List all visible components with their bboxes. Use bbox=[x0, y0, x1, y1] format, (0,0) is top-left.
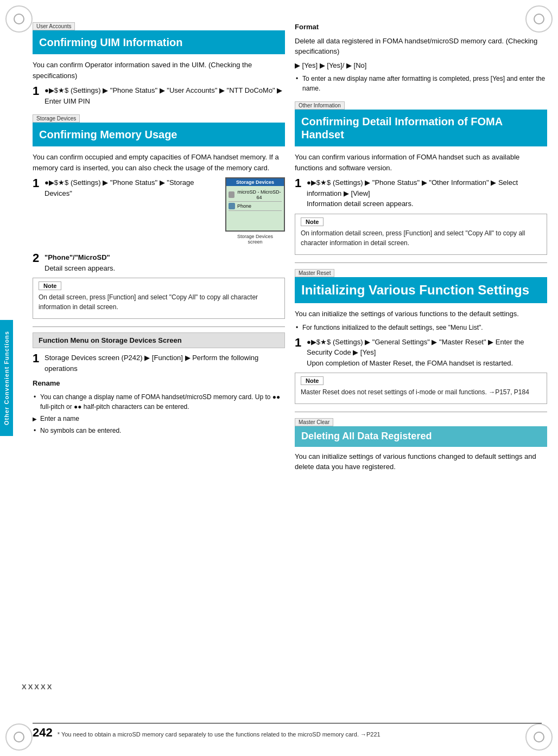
screen-row-1: microSD - MicroSD-64 bbox=[229, 188, 282, 202]
step2-text: ●▶$★$ (Settings) ▶ "Phone Status" ▶ "Sto… bbox=[45, 177, 220, 198]
divider-r2 bbox=[295, 412, 547, 412]
step-r2: 1 bbox=[295, 337, 303, 349]
storage-step2: 2 "Phone"/"MicroSD" Detail screen appear… bbox=[33, 252, 285, 273]
master-clear-section: Master Clear Deleting All Data Registere… bbox=[295, 418, 547, 472]
screen-body: microSD - MicroSD-64 Phone bbox=[226, 186, 284, 213]
format-keys: ▶ [Yes] ▶ [Yes]/ ▶ [No] bbox=[295, 60, 547, 71]
screen-row-2: Phone bbox=[229, 202, 282, 211]
master-reset-step1: 1 ●▶$★$ (Settings) ▶ "General Settings" … bbox=[295, 337, 547, 369]
step-r1-text: ●▶$★$ (Settings) ▶ "Phone Status" ▶ "Oth… bbox=[307, 177, 547, 209]
master-reset-header: Initializing Various Function Settings bbox=[295, 277, 547, 304]
storage-note-label: Note bbox=[39, 281, 61, 290]
rename-bullet-2: No symbols can be entered. bbox=[40, 426, 285, 435]
other-info-header: Confirming Detail Information of FOMA Ha… bbox=[295, 110, 547, 146]
user-accounts-tag: User Accounts bbox=[33, 22, 75, 30]
step-number-4: 1 bbox=[33, 353, 41, 364]
user-accounts-step1: 1 ●▶$★$ (Settings) ▶ "Phone Status" ▶ "U… bbox=[33, 85, 285, 106]
master-clear-tag: Master Clear bbox=[295, 418, 333, 426]
function-menu-section: Function Menu on Storage Devices Screen … bbox=[33, 332, 285, 435]
master-reset-note-label: Note bbox=[301, 376, 324, 385]
function-menu-step1: 1 Storage Devices screen (P242) ▶ [Funct… bbox=[33, 353, 285, 374]
step-number-3: 2 bbox=[33, 252, 41, 264]
function-menu-header: Function Menu on Storage Devices Screen bbox=[33, 332, 285, 348]
divider-1 bbox=[33, 326, 285, 327]
step-number: 1 bbox=[33, 85, 41, 97]
other-info-body: You can confirm various information of F… bbox=[295, 152, 547, 173]
screen-title: Storage Devices bbox=[226, 178, 284, 186]
screen-mockup: Storage Devices microSD - MicroSD-64 Pho… bbox=[225, 177, 285, 232]
other-info-note-text: On information detail screen, press [Fun… bbox=[301, 228, 541, 248]
step-r2-text: ●▶$★$ (Settings) ▶ "General Settings" ▶ … bbox=[307, 337, 547, 369]
rename-arrow: Enter a name bbox=[40, 414, 285, 424]
storage-devices-step-area: Storage Devices microSD - MicroSD-64 Pho… bbox=[33, 177, 285, 248]
step-number-2: 1 bbox=[33, 177, 41, 189]
rename-section: Rename You can change a display name of … bbox=[33, 378, 285, 435]
step-text: ●▶$★$ (Settings) ▶ "Phone Status" ▶ "Use… bbox=[45, 85, 285, 106]
screen-icon-2 bbox=[229, 203, 235, 209]
storage-note-box: Note On detail screen, press [Function] … bbox=[33, 278, 285, 319]
rename-label: Rename bbox=[33, 379, 60, 387]
storage-devices-header: Confirming Memory Usage bbox=[33, 123, 285, 146]
divider-r1 bbox=[295, 262, 547, 263]
format-section: Format Delete all data registered in FOM… bbox=[295, 22, 547, 93]
master-reset-note-text: Master Reset does not reset settings of … bbox=[301, 387, 541, 397]
screen-icon-1 bbox=[229, 191, 234, 198]
master-reset-note: Note Master Reset does not reset setting… bbox=[295, 373, 547, 404]
master-clear-header: Deleting All Data Registered bbox=[295, 426, 547, 447]
right-column: Format Delete all data registered in FOM… bbox=[295, 22, 547, 480]
screen-label: Storage Devicesscreen bbox=[225, 234, 285, 245]
step-r1: 1 bbox=[295, 177, 303, 189]
storage-devices-screen-image: Storage Devices microSD - MicroSD-64 Pho… bbox=[225, 177, 285, 245]
screen-row-1-text: microSD - MicroSD-64 bbox=[237, 189, 282, 200]
storage-devices-body: You can confirm occupied and empty capac… bbox=[33, 152, 285, 173]
master-clear-body: You can initialize settings of various f… bbox=[295, 451, 547, 472]
user-accounts-section: User Accounts Confirming UIM Information… bbox=[33, 22, 285, 106]
rename-bullet-1: You can change a display name of FOMA ha… bbox=[40, 392, 285, 412]
master-reset-body: You can initialize the settings of vario… bbox=[295, 309, 547, 319]
screen-row-2-text: Phone bbox=[237, 203, 251, 209]
page-number: 242 bbox=[33, 726, 53, 739]
step4-text: Storage Devices screen (P242) ▶ [Functio… bbox=[45, 353, 285, 374]
xxxxx-label: XXXXX bbox=[22, 683, 53, 691]
master-reset-section: Master Reset Initializing Various Functi… bbox=[295, 268, 547, 405]
storage-devices-section: Storage Devices Confirming Memory Usage … bbox=[33, 114, 285, 319]
format-body: Delete all data registered in FOMA hands… bbox=[295, 36, 547, 57]
other-info-note: Note On information detail screen, press… bbox=[295, 214, 547, 255]
step3-text: "Phone"/"MicroSD" Detail screen appears. bbox=[45, 252, 285, 273]
storage-note-text: On detail screen, press [Function] and s… bbox=[39, 292, 279, 312]
left-column: User Accounts Confirming UIM Information… bbox=[33, 22, 285, 480]
format-label: Format bbox=[295, 23, 319, 31]
page-number-bar: 242 * You need to obtain a microSD memor… bbox=[33, 723, 542, 740]
storage-step1: 1 ●▶$★$ (Settings) ▶ "Phone Status" ▶ "S… bbox=[33, 177, 220, 198]
other-info-tag: Other Information bbox=[295, 101, 345, 110]
format-note: To enter a new display name after format… bbox=[302, 74, 547, 93]
master-reset-bullet: For functions initialized to the default… bbox=[302, 323, 547, 332]
master-reset-tag: Master Reset bbox=[295, 269, 334, 277]
user-accounts-body: You can confirm Operator information sav… bbox=[33, 60, 285, 81]
user-accounts-header: Confirming UIM Information bbox=[33, 30, 285, 54]
other-information-section: Other Information Confirming Detail Info… bbox=[295, 101, 547, 255]
other-info-note-label: Note bbox=[301, 217, 324, 226]
other-info-step1: 1 ●▶$★$ (Settings) ▶ "Phone Status" ▶ "O… bbox=[295, 177, 547, 209]
footnote: * You need to obtain a microSD memory ca… bbox=[58, 731, 381, 738]
storage-devices-tag: Storage Devices bbox=[33, 114, 80, 123]
